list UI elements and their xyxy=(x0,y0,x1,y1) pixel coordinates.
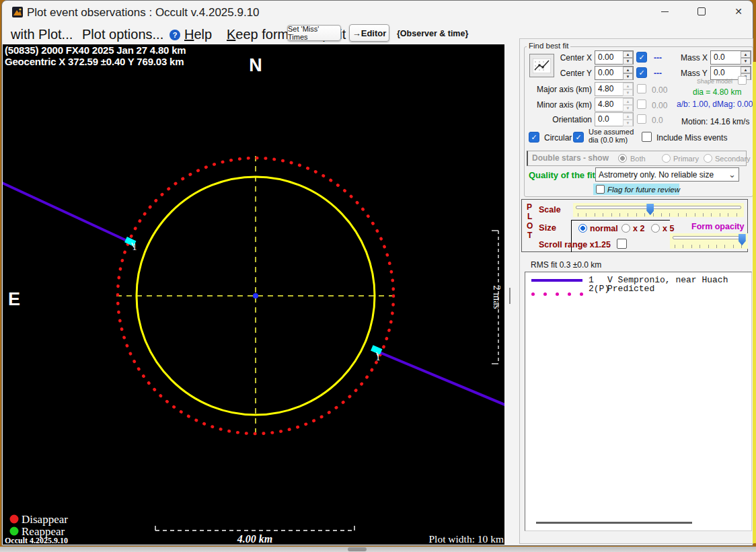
menu-plot-options[interactable]: Plot options... xyxy=(82,27,163,42)
spin-down-icon[interactable]: ▼ xyxy=(623,105,633,112)
menu-help[interactable]: Help xyxy=(184,27,212,42)
menu-with-plot[interactable]: with Plot... xyxy=(11,27,73,42)
orientation-label: Orientation xyxy=(518,115,592,124)
major-axis-value[interactable]: 4.80 xyxy=(595,83,623,95)
double-stars-both-radio[interactable] xyxy=(618,154,627,163)
plot-letter-o: O xyxy=(527,221,533,231)
check-icon: ✓ xyxy=(637,52,646,62)
circular-checkbox[interactable]: ✓ xyxy=(529,132,539,143)
double-stars-primary-radio[interactable] xyxy=(662,154,671,163)
motion-label: Motion: 14.16 km/s xyxy=(681,117,749,126)
orientation-fit-checkbox[interactable] xyxy=(637,114,646,124)
disappear-dot xyxy=(10,515,19,524)
reappear-dot xyxy=(10,527,19,536)
size-x5-radio[interactable] xyxy=(651,224,660,233)
size-x2-radio[interactable] xyxy=(621,224,630,233)
minor-axis-label: Minor axis (km) xyxy=(518,100,592,110)
obs-1-swatch xyxy=(531,279,582,282)
size-label: Size xyxy=(539,223,556,233)
minor-axis-spinner[interactable]: 4.80 ▲▼ xyxy=(595,97,634,112)
legend-disappear: Disappear xyxy=(22,513,68,526)
spin-down-icon[interactable]: ▼ xyxy=(741,58,751,65)
obs-2-num[interactable]: 2(P) xyxy=(589,284,609,294)
minor-axis-fit-checkbox[interactable] xyxy=(637,100,646,109)
bottom-scrollbar[interactable] xyxy=(0,547,756,552)
shape-model-checkbox[interactable] xyxy=(738,76,747,85)
major-axis-spinner[interactable]: 4.80 ▲▼ xyxy=(595,82,634,96)
scale-label: Scale xyxy=(539,205,561,214)
check-icon: ✓ xyxy=(574,132,583,142)
spin-up-icon[interactable]: ▲ xyxy=(741,67,751,73)
minimize-icon xyxy=(661,11,669,12)
close-button[interactable]: ✕ xyxy=(724,2,753,21)
form-opacity-groove[interactable] xyxy=(673,236,745,239)
center-x-value[interactable]: 0.00 xyxy=(595,51,623,64)
plot-letter-p: P xyxy=(527,202,532,212)
spin-up-icon[interactable]: ▲ xyxy=(741,51,751,58)
mass-x-value[interactable]: 0.0 xyxy=(711,51,741,64)
flag-review-checkbox[interactable] xyxy=(596,185,605,194)
center-y-value[interactable]: 0.00 xyxy=(595,67,623,79)
orientation-spinner[interactable]: 0.0 ▲▼ xyxy=(595,112,634,126)
include-miss-checkbox[interactable] xyxy=(642,132,652,142)
scroll-range-checkbox[interactable] xyxy=(617,239,627,249)
major-axis-fit-checkbox[interactable] xyxy=(637,84,646,93)
scale-bar-label: 4.00 km xyxy=(237,533,272,545)
spin-up-icon[interactable]: ▲ xyxy=(623,67,633,73)
orientation-value[interactable]: 0.0 xyxy=(595,113,623,126)
spin-up-icon[interactable]: ▲ xyxy=(623,113,633,120)
spin-down-icon[interactable]: ▼ xyxy=(623,58,633,65)
maximize-button[interactable] xyxy=(687,2,716,21)
center-y-spinner[interactable]: 0.00 ▲▼ xyxy=(595,66,634,80)
use-assumed-dia-checkbox[interactable]: ✓ xyxy=(573,132,584,143)
center-x-spinner[interactable]: 0.00 ▲▼ xyxy=(595,50,634,65)
quality-dropdown[interactable]: Astrometry only. No reliable size ⌄ xyxy=(595,167,739,182)
scale-slider[interactable] xyxy=(573,203,744,217)
minimize-button[interactable] xyxy=(650,2,679,21)
center-y-fit-checkbox[interactable]: ✓ xyxy=(636,67,647,78)
mass-x-spinner[interactable]: 0.0 ▲▼ xyxy=(710,50,751,65)
plot-canvas[interactable]: 1 1 N E (50835) 2000 FX40 2025 Jan 27 4.… xyxy=(3,44,504,545)
editor-button[interactable]: →Editor xyxy=(349,24,389,42)
center-y-label: Center Y xyxy=(538,69,592,78)
spin-down-icon[interactable]: ▼ xyxy=(623,120,633,126)
chevron-down-icon: ⌄ xyxy=(728,171,736,178)
scale-slider-groove[interactable] xyxy=(576,206,741,209)
chord-2-label: 1 xyxy=(376,352,381,362)
splitter-handle[interactable] xyxy=(509,288,511,304)
spin-up-icon[interactable]: ▲ xyxy=(623,51,633,58)
obs-2-swatch xyxy=(531,286,589,290)
east-label: E xyxy=(8,289,20,309)
object-info-line2: Geocentric X 372.59 ±0.40 Y 769.03 km xyxy=(5,56,184,67)
spin-down-icon[interactable]: ▼ xyxy=(623,89,633,96)
center-y-dash: --- xyxy=(654,69,662,78)
spin-up-icon[interactable]: ▲ xyxy=(623,83,633,89)
dia-label: dia = 4.80 km xyxy=(693,87,741,97)
quality-label: Quality of the fit xyxy=(529,170,595,180)
double-stars-both-label: Both xyxy=(630,155,646,163)
desktop-edge xyxy=(753,62,756,543)
form-opacity-slider[interactable] xyxy=(670,233,748,249)
size-normal-radio[interactable] xyxy=(578,224,587,233)
set-miss-times-button[interactable]: Set 'Miss' Times xyxy=(287,25,341,41)
observation-list[interactable] xyxy=(525,272,752,531)
spin-up-icon[interactable]: ▲ xyxy=(623,98,633,105)
spin-down-icon[interactable]: ▼ xyxy=(623,73,633,80)
double-stars-secondary-label: Secondary xyxy=(715,155,751,163)
minor-axis-value[interactable]: 4.80 xyxy=(595,98,623,111)
list-separator xyxy=(536,522,692,524)
size-x2-label: x 2 xyxy=(633,224,644,233)
screen: { "window": { "title": "Plot event obser… xyxy=(0,0,756,552)
mass-y-label: Mass Y xyxy=(681,69,708,78)
help-icon: ? xyxy=(169,30,180,40)
scale-slider-ticks xyxy=(578,213,741,216)
bottom-scrollbar-thumb[interactable] xyxy=(348,547,367,551)
version-label: Occult 4.2025.9.10 xyxy=(5,536,68,545)
center-x-fit-checkbox[interactable]: ✓ xyxy=(636,52,647,63)
size-x5-label: x 5 xyxy=(663,224,674,233)
obs-2-name[interactable]: Predicted xyxy=(607,284,654,294)
quality-value: Astrometry only. No reliable size xyxy=(599,170,714,180)
double-stars-secondary-radio[interactable] xyxy=(704,154,712,163)
major-axis-err: 0.00 xyxy=(652,85,667,95)
form-opacity-thumb[interactable] xyxy=(739,234,746,245)
